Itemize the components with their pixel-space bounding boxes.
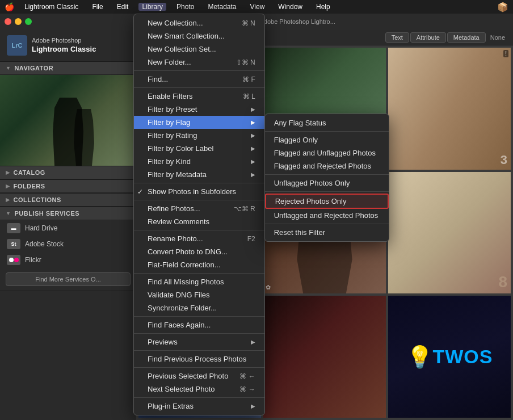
menubar-file[interactable]: File [89,3,106,11]
menu-filter-flag[interactable]: Filter by Flag ▶ Any Flag Status Flagged… [134,116,264,129]
menubar-view[interactable]: View [247,3,268,11]
menu-find-missing[interactable]: Find All Missing Photos [134,275,264,288]
menubar-metadata[interactable]: Metadata [204,3,239,11]
collections-header[interactable]: ▶ Collections [0,194,136,207]
menubar-photo[interactable]: Photo [173,3,197,11]
menubar-edit[interactable]: Edit [113,3,132,11]
menu-new-folder[interactable]: New Folder... ⇧⌘ N [134,56,264,69]
catalog-header[interactable]: ▶ Catalog [0,166,136,179]
publish-services-header[interactable]: ▼ Publish Services [0,207,136,220]
metadata-filter-btn[interactable]: Metadata [447,32,486,43]
flag-sep-4 [265,224,389,224]
submenu-flagged-only[interactable]: Flagged Only [265,133,389,146]
photo-info-3: ! [503,50,508,57]
menu-filter-preset[interactable]: Filter by Preset ▶ [134,103,264,116]
menubar-window[interactable]: Window [275,3,306,11]
flag-submenu[interactable]: Any Flag Status Flagged Only Flagged and… [264,114,389,242]
photo-cell-6[interactable]: 8 [388,172,511,294]
metadata-arrow: ▶ [251,171,255,178]
navigator-section: ▼ Navigator [0,62,136,166]
menu-find-prev-process[interactable]: Find Previous Process Photos [134,352,264,366]
menu-prev-selected[interactable]: Previous Selected Photo ⌘ ← [134,369,264,383]
submenu-flagged-rejected[interactable]: Flagged and Rejected Photos [265,159,389,173]
folders-header[interactable]: ▶ Folders [0,180,136,193]
menu-new-collection-set[interactable]: New Collection Set... [134,43,264,56]
library-dropdown-menu[interactable]: New Collection... ⌘ N New Smart Collecti… [133,14,265,415]
publish-hard-drive[interactable]: ▬ Hard Drive [0,220,136,236]
menu-sep-1 [134,70,264,71]
menubar-library[interactable]: Library [138,3,166,11]
publish-services-section: ▼ Publish Services ▬ Hard Drive St Adobe… [0,207,136,291]
menu-validate-dng[interactable]: Validate DNG Files [134,288,264,301]
adobe-stock-icon: St [7,239,20,249]
kind-arrow: ▶ [251,158,255,165]
menu-filter-color[interactable]: Filter by Color Label ▶ [134,142,264,155]
folders-arrow: ▶ [6,183,10,189]
menu-plugin-extras[interactable]: Plug-in Extras ▶ [134,400,264,413]
lr-badge: LrC [7,35,27,56]
menu-synchronize-folder[interactable]: Synchronize Folder... [134,301,264,314]
navigator-preview [0,75,136,166]
hard-drive-icon: ▬ [7,223,20,233]
menu-filter-rating[interactable]: Filter by Rating ▶ [134,129,264,142]
submenu-unflagged-only[interactable]: Unflagged Photos Only [265,177,389,190]
menu-convert-dng[interactable]: Convert Photo to DNG... [134,245,264,258]
submenu-flagged-unflagged[interactable]: Flagged and Unflagged Photos [265,146,389,159]
navigator-header[interactable]: ▼ Navigator [0,62,136,75]
menu-sep-11 [134,397,264,398]
menu-enable-filters[interactable]: Enable Filters ⌘ L [134,90,264,103]
menu-new-collection[interactable]: New Collection... ⌘ N [134,16,264,30]
find-more-services-btn[interactable]: Find More Services O... [6,272,131,286]
menu-next-selected[interactable]: Next Selected Photo ⌘ → [134,383,264,396]
checkmark-icon: ✓ [137,188,143,196]
dropbox-icon: 📦 [497,2,508,12]
menubar-lightroom[interactable]: Lightroom Classic [21,3,82,11]
photo-cell-3[interactable]: 3 ! [388,48,511,170]
menubar: 🍎 Lightroom Classic File Edit Library Ph… [0,0,513,14]
submenu-unflagged-rejected[interactable]: Unflagged and Rejected Photos [265,209,389,222]
submenu-rejected-only[interactable]: Rejected Photos Only [265,194,389,209]
menu-new-smart-collection[interactable]: New Smart Collection... [134,30,264,43]
close-button[interactable] [5,18,11,25]
menu-find-faces[interactable]: Find Faces Again... [134,318,264,331]
menu-sep-3 [134,183,264,183]
collections-section: ▶ Collections [0,194,136,207]
flag-submenu-arrow: ▶ [251,119,255,125]
menu-review-comments[interactable]: Review Comments [134,215,264,228]
submenu-reset-filter[interactable]: Reset this Filter [265,226,389,239]
menu-flat-field[interactable]: Flat-Field Correction... [134,258,264,271]
photo-overlay-5: ✿ [266,284,271,291]
menu-refine-photos[interactable]: Refine Photos... ⌥⌘ R [134,202,264,215]
menubar-help[interactable]: Help [313,3,334,11]
menu-previews[interactable]: Previews ▶ [134,335,264,348]
menu-sep-8 [134,333,264,334]
rating-arrow: ▶ [251,132,255,138]
menu-sep-4 [134,200,264,200]
minimize-button[interactable] [15,18,22,25]
navigator-image [0,75,136,166]
submenu-any-flag[interactable]: Any Flag Status [265,116,389,129]
publish-arrow: ▼ [6,211,11,216]
flag-sep-2 [265,174,389,175]
flag-sep-1 [265,131,389,132]
preset-submenu-arrow: ▶ [251,106,255,112]
app-name: Adobe Photoshop Lightroom Classic [32,36,96,54]
catalog-arrow: ▶ [6,170,10,175]
twos-bulb-icon: 💡 [406,345,433,369]
menu-rename-photo[interactable]: Rename Photo... F2 [134,232,264,245]
attribute-filter-btn[interactable]: Attribute [410,32,446,43]
publish-flickr[interactable]: Flickr [0,252,136,268]
photo-cell-8[interactable] [263,296,386,418]
photo-badge-3: 3 [501,153,507,167]
menu-show-subfolders[interactable]: ✓ Show Photos in Subfolders [134,185,264,198]
menu-find[interactable]: Find... ⌘ F [134,73,264,86]
maximize-button[interactable] [25,18,32,25]
apple-menu[interactable]: 🍎 [5,2,14,11]
previews-arrow: ▶ [251,339,255,345]
flickr-dot-2 [14,258,19,262]
menu-filter-kind[interactable]: Filter by Kind ▶ [134,155,264,168]
menu-sep-5 [134,230,264,230]
menu-filter-metadata[interactable]: Filter by Metadata ▶ [134,168,264,181]
text-filter-btn[interactable]: Text [385,32,409,43]
publish-adobe-stock[interactable]: St Adobe Stock [0,236,136,252]
